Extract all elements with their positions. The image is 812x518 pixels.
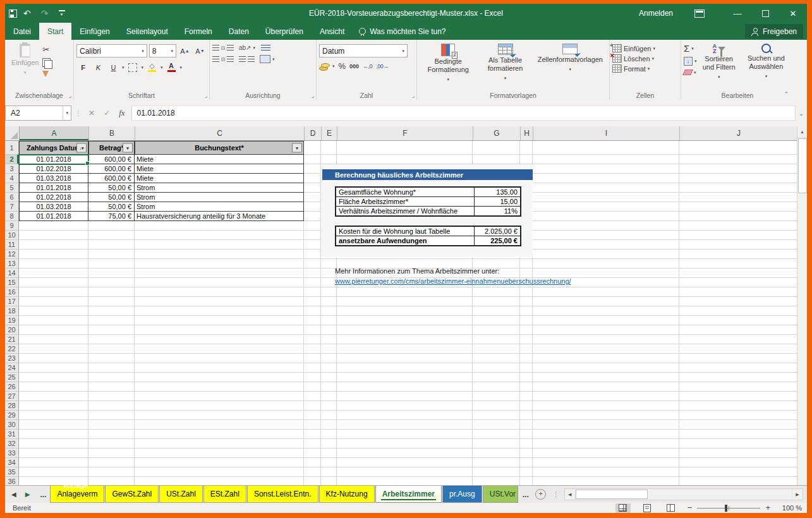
expand-formula-bar-icon[interactable]: ⌄	[796, 110, 807, 117]
cell-H35[interactable]	[520, 467, 533, 477]
cell-H23[interactable]	[520, 354, 533, 363]
cell-I14[interactable]	[533, 268, 679, 278]
cell-B29[interactable]	[88, 411, 135, 420]
accounting-format-icon[interactable]	[319, 63, 329, 70]
cell-B14[interactable]	[88, 268, 135, 278]
cell-C3[interactable]: Miete	[135, 164, 304, 174]
align-top-icon[interactable]	[212, 45, 219, 51]
clipboard-dialog-launcher[interactable]: ⌟	[69, 92, 71, 99]
cell-J11[interactable]	[679, 240, 797, 250]
cell-D25[interactable]	[304, 373, 321, 382]
fill-icon[interactable]: ↓	[684, 57, 693, 66]
cell-G22[interactable]	[473, 344, 520, 354]
accounting-dropdown-icon[interactable]: ▾	[332, 64, 335, 69]
font-color-dropdown-icon[interactable]: ▾	[180, 65, 183, 70]
cell-C18[interactable]	[135, 306, 304, 316]
prev-sheet-icon[interactable]: ◀	[11, 491, 16, 498]
cell-A1[interactable]: Zahlungs Datum↓▾	[19, 141, 88, 155]
cell-H26[interactable]	[520, 382, 533, 392]
more-sheets-right[interactable]: ...	[519, 486, 533, 503]
cell-H34[interactable]	[520, 458, 533, 467]
cell-A19[interactable]	[19, 316, 88, 325]
cell-H20[interactable]	[520, 325, 533, 335]
paste-dropdown-icon[interactable]: ▾	[24, 68, 27, 76]
row-header-35[interactable]: 35	[5, 467, 19, 477]
zoom-out-button[interactable]: −	[688, 505, 693, 511]
sheet-tab-ust-vor[interactable]: USt.Vor	[483, 486, 518, 503]
cell-E19[interactable]	[321, 316, 337, 325]
row-header-3[interactable]: 3	[5, 164, 19, 174]
cell-H2[interactable]	[520, 155, 533, 164]
cell-C5[interactable]: Strom	[135, 183, 304, 193]
column-header-J[interactable]: J	[680, 126, 798, 140]
cell-C27[interactable]	[135, 392, 304, 401]
sort-filter-button[interactable]: AZ Sortieren und Filtern ▾	[697, 42, 741, 82]
orientation-dropdown-icon[interactable]: ▾	[253, 45, 256, 51]
filter-icon[interactable]: ▾	[123, 143, 133, 153]
increase-indent-icon[interactable]	[248, 56, 255, 63]
cell-J31[interactable]	[679, 430, 797, 439]
cell-G30[interactable]	[473, 420, 520, 430]
row-header-11[interactable]: 11	[5, 240, 19, 250]
row-header-17[interactable]: 17	[5, 297, 19, 306]
cell-A22[interactable]	[19, 344, 88, 354]
cell-B23[interactable]	[88, 354, 135, 363]
font-color-button[interactable]: A	[165, 61, 178, 73]
cell-D30[interactable]	[304, 420, 321, 430]
cell-A4[interactable]: 01.03.2018	[19, 174, 88, 183]
cell-J20[interactable]	[679, 325, 797, 335]
tell-me-search[interactable]: Was möchten Sie tun?	[353, 23, 452, 40]
cell-B25[interactable]	[88, 373, 135, 382]
cell-J34[interactable]	[679, 458, 797, 467]
cell-E16[interactable]	[321, 287, 337, 297]
cell-B22[interactable]	[88, 344, 135, 354]
row-header-1[interactable]: 1	[5, 141, 19, 155]
cell-I16[interactable]	[533, 287, 679, 297]
cell-G28[interactable]	[473, 401, 520, 411]
share-button[interactable]: Freigeben	[745, 24, 803, 39]
column-header-E[interactable]: E	[322, 126, 337, 140]
wrap-text-icon[interactable]	[261, 45, 270, 51]
sheet-tab-ust-zahl[interactable]: USt.Zahl	[159, 486, 203, 503]
cell-D24[interactable]	[304, 363, 321, 373]
cell-I5[interactable]	[533, 183, 679, 193]
cell-C11[interactable]	[135, 240, 304, 250]
cell-H13[interactable]	[520, 259, 533, 268]
sign-in-link[interactable]: Anmelden	[639, 9, 673, 18]
font-size-combo[interactable]: 8▾	[149, 44, 176, 57]
zoom-slider-handle[interactable]	[725, 505, 727, 512]
tab-ansicht[interactable]: Ansicht	[312, 23, 353, 40]
cell-B28[interactable]	[88, 401, 135, 411]
cell-G31[interactable]	[473, 430, 520, 439]
cell-J28[interactable]	[679, 401, 797, 411]
cell-C13[interactable]	[135, 259, 304, 268]
sheet-tab-kfz-nutzung[interactable]: Kfz-Nutzung	[319, 486, 375, 503]
cell-G21[interactable]	[473, 335, 520, 344]
cell-J35[interactable]	[679, 467, 797, 477]
alignment-dialog-launcher[interactable]: ⌟	[312, 92, 314, 99]
cell-C31[interactable]	[135, 430, 304, 439]
increase-decimal-icon[interactable]: ←,0	[363, 63, 372, 69]
cell-F27[interactable]	[337, 392, 473, 401]
cell-I3[interactable]	[533, 164, 679, 174]
cell-D31[interactable]	[304, 430, 321, 439]
column-header-C[interactable]: C	[135, 126, 305, 140]
page-break-view-button[interactable]	[664, 503, 679, 513]
cell-C30[interactable]	[135, 420, 304, 430]
cell-B9[interactable]	[88, 221, 135, 231]
cell-E18[interactable]	[321, 306, 337, 316]
cell-D4[interactable]	[304, 174, 321, 183]
cell-G35[interactable]	[473, 467, 520, 477]
cell-E1[interactable]	[321, 141, 337, 155]
comma-style-button[interactable]: 000	[349, 63, 359, 69]
shrink-font-button[interactable]: A▼	[193, 45, 207, 57]
cell-H22[interactable]	[520, 344, 533, 354]
cell-D18[interactable]	[304, 306, 321, 316]
cell-I19[interactable]	[533, 316, 679, 325]
cell-C17[interactable]	[135, 297, 304, 306]
cell-F29[interactable]	[337, 411, 473, 420]
sheet-tab-est-zahl[interactable]: ESt.Zahl	[203, 486, 246, 503]
save-button[interactable]	[9, 9, 17, 18]
scroll-up-icon[interactable]: ▲	[797, 126, 807, 138]
cell-D1[interactable]	[304, 141, 321, 155]
